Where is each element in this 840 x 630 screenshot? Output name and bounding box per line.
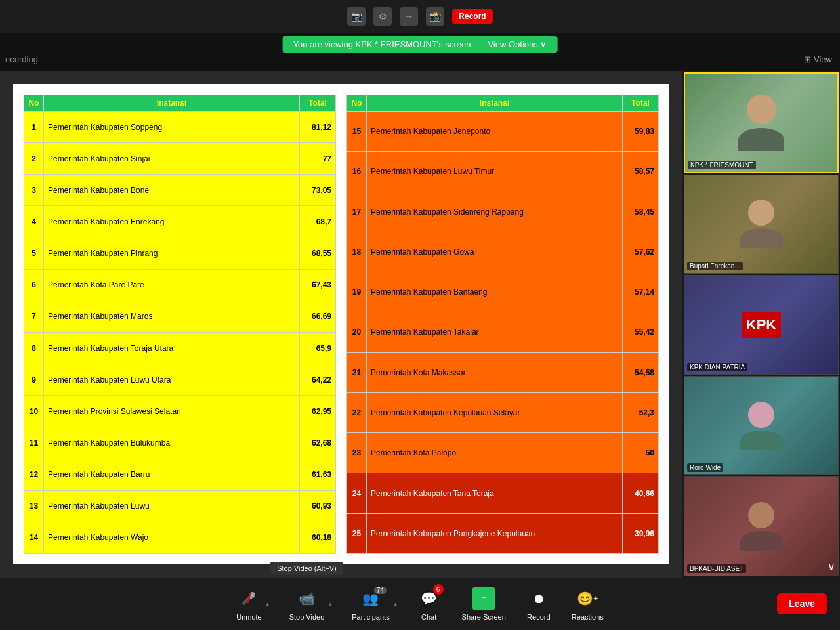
row-total: 52,3 xyxy=(623,392,659,432)
table-row: 2 Pemerintah Kabupaten Sinjai 77 xyxy=(24,143,336,175)
participant-name-0: KPK * FRIESMOUNT xyxy=(688,161,756,169)
unmute-label: Unmute xyxy=(236,613,262,621)
row-instansi: Pemerintah Kabupaten Toraja Utara xyxy=(44,332,300,364)
unmute-caret[interactable]: ▲ xyxy=(264,600,271,608)
row-total: 73,05 xyxy=(300,175,336,206)
row-total: 50 xyxy=(623,433,659,473)
row-instansi: Pemerintah Kabupaten Takalar xyxy=(367,312,623,352)
row-instansi: Pemerintah Kabupaten Soppeng xyxy=(44,112,300,143)
row-no: 3 xyxy=(24,175,44,206)
row-total: 57,14 xyxy=(623,272,659,312)
top-toolbar: 📷 ⚙ → 📸 Record xyxy=(0,0,840,33)
row-instansi: Pemerintah Kabupaten Bantaeng xyxy=(367,272,623,312)
col-total-right: Total xyxy=(623,95,659,112)
participants-caret[interactable]: ▲ xyxy=(392,600,399,608)
row-no: 2 xyxy=(24,143,44,175)
row-instansi: Pemerintah Kabupaten Luwu Timur xyxy=(367,152,623,192)
row-instansi: Pemerintah Provinsi Sulawesi Selatan xyxy=(44,396,300,427)
record-top-button[interactable]: Record xyxy=(452,9,492,24)
table-row: 7 Pemerintah Kabupaten Maros 66,69 xyxy=(24,301,336,332)
table-row: 17 Pemerintah Kabupaten Sidenreng Rappan… xyxy=(347,192,659,232)
participant-name-3: Roro Wide xyxy=(687,463,723,472)
row-no: 24 xyxy=(347,473,367,513)
slide-area: No Instansi Total 1 Pemerintah Kabupaten… xyxy=(13,84,669,564)
participants-icon: 👥 74 xyxy=(359,587,383,610)
leave-button[interactable]: Leave xyxy=(777,593,827,614)
table-row: 19 Pemerintah Kabupaten Bantaeng 57,14 xyxy=(347,272,659,312)
row-no: 4 xyxy=(24,206,44,238)
screenshot-icon[interactable]: 📸 xyxy=(426,7,444,26)
row-total: 61,63 xyxy=(300,459,336,490)
row-instansi: Pemerintah Kabupaten Sinjai xyxy=(44,143,300,175)
row-no: 15 xyxy=(347,112,367,152)
row-total: 40,66 xyxy=(623,473,659,513)
table-row: 18 Pemerintah Kabupaten Gowa 57,62 xyxy=(347,232,659,272)
video-caret[interactable]: ▲ xyxy=(327,600,333,608)
row-total: 59,83 xyxy=(623,112,659,152)
col-instansi-right: Instansi xyxy=(367,95,623,112)
row-no: 19 xyxy=(347,272,367,312)
main-content: No Instansi Total 1 Pemerintah Kabupaten… xyxy=(0,71,682,578)
participant-name-2: KPK DIAN PATRIA xyxy=(687,363,747,371)
row-instansi: Pemerintah Kabupaten Barru xyxy=(44,459,300,490)
reactions-button[interactable]: 😊+ Reactions xyxy=(572,587,604,621)
row-no: 25 xyxy=(347,513,367,553)
row-no: 16 xyxy=(347,152,367,192)
participant-tile-1: Bupati Enrekan... xyxy=(684,175,839,274)
row-instansi: Pemerintah Kabupaten Sidenreng Rappang xyxy=(367,192,623,232)
row-total: 58,57 xyxy=(623,152,659,192)
participant-name-1: Bupati Enrekan... xyxy=(687,262,743,270)
chat-button[interactable]: 💬 6 Chat xyxy=(417,587,441,621)
share-icon[interactable]: → xyxy=(400,7,418,26)
participants-label: Participants xyxy=(352,613,389,621)
chat-badge: 6 xyxy=(433,584,444,595)
view-options-button[interactable]: View Options ∨ xyxy=(488,39,547,49)
table-row: 21 Pemerintah Kota Makassar 54,58 xyxy=(347,352,659,392)
row-no: 12 xyxy=(24,459,44,490)
share-banner: You are viewing KPK * FRIESMOUNT's scree… xyxy=(283,36,558,52)
participants-sidebar: KPK * FRIESMOUNT Bupati Enrekan... KPK K… xyxy=(682,71,840,578)
row-no: 11 xyxy=(24,427,44,459)
row-total: 58,45 xyxy=(623,192,659,232)
settings-icon[interactable]: ⚙ xyxy=(373,7,392,26)
participants-button[interactable]: 👥 74 Participants xyxy=(352,587,389,621)
share-screen-button[interactable]: ↑ Share Screen xyxy=(462,587,506,621)
reactions-icon: 😊+ xyxy=(576,587,599,610)
record-label: Record xyxy=(527,613,550,621)
row-instansi: Pemerintah Kabupaten Tana Toraja xyxy=(367,473,623,513)
table-row: 22 Pemerintah Kabupaten Kepulauan Selaya… xyxy=(347,392,659,432)
table-row: 11 Pemerintah Kabupaten Bulukumba 62,68 xyxy=(24,427,336,459)
participant-name-4: BPKAD-BID ASET xyxy=(687,564,746,573)
col-no-right: No xyxy=(347,95,367,112)
row-no: 22 xyxy=(347,392,367,432)
row-no: 7 xyxy=(24,301,44,332)
col-instansi-left: Instansi xyxy=(44,95,300,112)
stop-video-button[interactable]: Stop Video (Alt+V) 📹 Stop Video xyxy=(289,587,325,621)
record-button[interactable]: ⏺ Record xyxy=(527,587,551,621)
row-instansi: Pemerintah Kabupaten Pinrang xyxy=(44,238,300,269)
row-no: 5 xyxy=(24,238,44,269)
row-instansi: Pemerintah Kabupaten Maros xyxy=(44,301,300,332)
row-total: 64,22 xyxy=(300,364,336,396)
row-instansi: Pemerintah Kota Makassar xyxy=(367,352,623,392)
table-row: 10 Pemerintah Provinsi Sulawesi Selatan … xyxy=(24,396,336,427)
row-instansi: Pemerintah Kabupaten Wajo xyxy=(44,522,300,553)
chevron-down-icon[interactable]: ∨ xyxy=(828,560,835,573)
table-row: 5 Pemerintah Kabupaten Pinrang 68,55 xyxy=(24,238,336,269)
row-total: 57,62 xyxy=(623,232,659,272)
table-row: 9 Pemerintah Kabupaten Luwu Utara 64,22 xyxy=(24,364,336,396)
table-row: 16 Pemerintah Kabupaten Luwu Timur 58,57 xyxy=(347,152,659,192)
table-row: 20 Pemerintah Kabupaten Takalar 55,42 xyxy=(347,312,659,352)
table-row: 14 Pemerintah Kabupaten Wajo 60,18 xyxy=(24,522,336,553)
bottom-toolbar: 🎤 / Unmute ▲ Stop Video (Alt+V) 📹 Stop V… xyxy=(0,578,840,630)
unmute-button[interactable]: 🎤 / Unmute xyxy=(236,587,262,621)
row-no: 8 xyxy=(24,332,44,364)
row-total: 60,18 xyxy=(300,522,336,553)
share-screen-icon: ↑ xyxy=(472,587,495,610)
row-instansi: Pemerintah Kabupaten Pangkajene Kepulaua… xyxy=(367,513,623,553)
row-instansi: Pemerintah Kota Palopo xyxy=(367,433,623,473)
table-row: 23 Pemerintah Kota Palopo 50 xyxy=(347,433,659,473)
row-no: 17 xyxy=(347,192,367,232)
camera-icon[interactable]: 📷 xyxy=(347,7,366,26)
view-button[interactable]: ⊞ View xyxy=(804,54,832,64)
